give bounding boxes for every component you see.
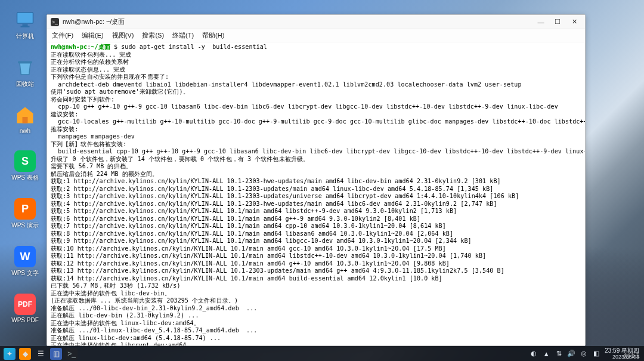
- menu-search[interactable]: 搜索(S): [142, 31, 164, 40]
- desktop-icon-trash[interactable]: 回收站: [11, 56, 39, 88]
- svg-rect-4: [23, 117, 28, 124]
- wps-presentation-icon: P: [14, 198, 36, 220]
- tray-icon-2[interactable]: ▲: [542, 350, 550, 358]
- maximize-button[interactable]: ☐: [549, 15, 566, 29]
- terminal-window: >_ nwh@nwh-pc: ~/桌面 — ☐ ✕ 文件(F) 编辑(E) 视图…: [47, 14, 586, 346]
- window-controls: — ☐ ✕: [532, 15, 583, 29]
- desktop-icon-wps-writer[interactable]: W WPS 文字: [11, 245, 39, 277]
- menu-view[interactable]: 视图(V): [112, 31, 134, 40]
- start-button[interactable]: ✦: [4, 348, 16, 360]
- svg-rect-2: [21, 26, 30, 27]
- desktop-icon-computer[interactable]: 计算机: [11, 8, 39, 41]
- wps-writer-icon: W: [14, 246, 36, 267]
- desktop-icon-wps-pdf[interactable]: PDF WPS PDF: [11, 293, 39, 323]
- menu-file[interactable]: 文件(F): [52, 31, 73, 40]
- terminal-output[interactable]: nwh@nwh-pc:~/桌面 $ sudo apt-get install -…: [47, 42, 585, 345]
- tray-input-icon[interactable]: ◧: [592, 350, 600, 358]
- menu-edit[interactable]: 编辑(E): [82, 31, 104, 40]
- menu-terminal[interactable]: 终端(T): [172, 31, 194, 40]
- desktop-icon-label: 计算机: [16, 32, 34, 41]
- desktop-icon-label: 回收站: [16, 80, 34, 88]
- close-button[interactable]: ✕: [566, 15, 583, 29]
- taskbar-terminal[interactable]: >_: [66, 348, 78, 360]
- desktop-icon-label: WPS PDF: [11, 317, 39, 323]
- taskbar: ✦ ◆ ☰ ▥ >_ ◐ ▲ ⇅ 🔊 ◎ ◧ 23:59 星期四 2023/08…: [0, 346, 644, 361]
- title-bar[interactable]: >_ nwh@nwh-pc: ~/桌面 — ☐ ✕: [47, 15, 585, 29]
- tray-network-icon[interactable]: ⇅: [555, 350, 563, 358]
- desktop-icons: 计算机 回收站 nwh S WPS 表格 P WPS 演示 W WPS 文字 P…: [11, 8, 39, 323]
- tray-icon-1[interactable]: ◐: [530, 350, 538, 358]
- tray-volume-icon[interactable]: 🔊: [567, 350, 575, 358]
- tray-notification-icon[interactable]: ◎: [580, 350, 588, 358]
- taskbar-left: ✦ ◆ ☰ ▥ >_: [1, 348, 78, 360]
- home-folder-icon: [14, 104, 36, 126]
- taskbar-app-2[interactable]: ☰: [35, 348, 47, 360]
- desktop-icon-wps-spreadsheet[interactable]: S WPS 表格: [11, 150, 39, 182]
- desktop-icon-wps-presentation[interactable]: P WPS 演示: [11, 198, 39, 230]
- terminal-app-icon: >_: [51, 18, 59, 26]
- window-title: nwh@nwh-pc: ~/桌面: [63, 17, 125, 26]
- taskbar-file-manager[interactable]: ▥: [50, 348, 62, 360]
- minimize-button[interactable]: —: [532, 15, 549, 29]
- watermark: @51: [623, 351, 640, 360]
- menu-help[interactable]: 帮助(H): [202, 31, 224, 40]
- desktop-icon-label: nwh: [20, 128, 30, 134]
- desktop-icon-label: WPS 演示: [11, 221, 39, 230]
- trash-icon: [14, 56, 36, 79]
- svg-rect-3: [18, 61, 32, 64]
- svg-rect-1: [23, 24, 28, 26]
- computer-icon: [14, 8, 36, 31]
- svg-rect-0: [17, 13, 33, 23]
- desktop-icon-label: WPS 表格: [11, 174, 39, 182]
- desktop-icon-label: WPS 文字: [11, 269, 39, 277]
- desktop-icon-home[interactable]: nwh: [11, 104, 39, 134]
- wps-pdf-icon: PDF: [14, 294, 36, 315]
- menu-bar: 文件(F) 编辑(E) 视图(V) 搜索(S) 终端(T) 帮助(H): [47, 29, 585, 42]
- taskbar-app-1[interactable]: ◆: [19, 348, 31, 360]
- title-left: >_ nwh@nwh-pc: ~/桌面: [51, 17, 125, 26]
- wps-spreadsheet-icon: S: [14, 150, 36, 172]
